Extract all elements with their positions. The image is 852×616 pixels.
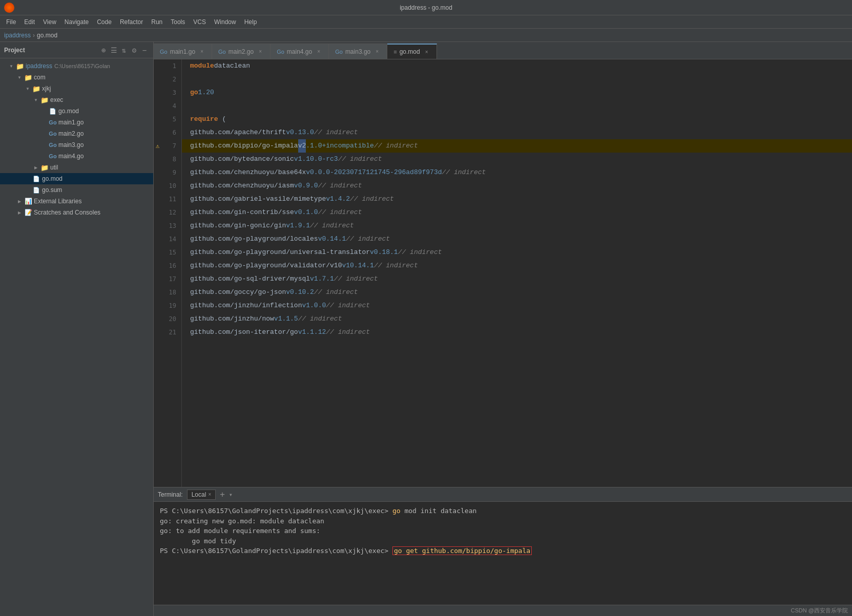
tree-item-main2[interactable]: ▶ Go main2.go — [0, 128, 153, 139]
tab-close-main3[interactable]: × — [373, 48, 381, 55]
code-line-4 — [182, 99, 852, 113]
tree-item-exec[interactable]: ▼ 📁 exec — [0, 94, 153, 105]
line-numbers: 1 2 3 4 5 6 7 8 9 10 11 12 13 14 15 16 1… — [154, 59, 182, 487]
line-num-20: 20 — [154, 312, 181, 326]
right-panel: Go main1.go × Go main2.go × Go main4.go … — [154, 42, 852, 616]
tree-item-gomod[interactable]: ▶ 📄 go.mod — [0, 173, 153, 184]
line-num-18: 18 — [154, 286, 181, 299]
file-icon-main3: Go — [49, 141, 57, 149]
terminal-tab-label: Local — [192, 491, 206, 498]
terminal-line-5: PS C:\Users\86157\GolandProjects\ipaddre… — [160, 546, 846, 556]
breadcrumb-project[interactable]: ipaddress — [4, 32, 31, 39]
menu-item-view[interactable]: View — [39, 17, 60, 27]
tab-label-main2: main2.go — [228, 48, 254, 55]
tab-main1[interactable]: Go main1.go × — [154, 44, 212, 59]
code-line-2 — [182, 73, 852, 86]
sidebar-icon-sort[interactable]: ⇅ — [119, 46, 129, 55]
tab-label-main4: main4.go — [287, 48, 312, 55]
folder-icon-ipaddress: 📁 — [16, 62, 24, 70]
sidebar-icon-list[interactable]: ☰ — [109, 46, 118, 55]
sidebar-icon-external[interactable]: ⊕ — [99, 46, 108, 55]
terminal-add-button[interactable]: + — [218, 490, 227, 499]
tree-label-gomod: go.mod — [42, 175, 63, 182]
tab-gomod[interactable]: ≡ go.mod × — [387, 44, 437, 59]
tree-item-util[interactable]: ▶ 📁 util — [0, 162, 153, 173]
terminal-tab-close[interactable]: × — [208, 492, 211, 497]
tree-arrow-scratches: ▶ — [16, 209, 23, 216]
code-line-8: github.com/bytedance/sonic v1.10.0-rc3 /… — [182, 153, 852, 166]
terminal-path-5: PS C:\Users\86157\GolandProjects\ipaddre… — [160, 547, 388, 555]
tab-label-gomod: go.mod — [400, 48, 420, 55]
menu-item-tools[interactable]: Tools — [167, 17, 189, 27]
file-icon-main2: Go — [49, 130, 57, 138]
menu-item-navigate[interactable]: Navigate — [60, 17, 93, 27]
menu-item-help[interactable]: Help — [240, 17, 261, 27]
line-num-14: 14 — [154, 232, 181, 246]
line-num-13: 13 — [154, 219, 181, 232]
code-line-14: github.com/go-playground/locales v0.14.1… — [182, 232, 852, 246]
tree-item-ipaddress[interactable]: ▼ 📁 ipaddress C:\Users\86157\Golan — [0, 60, 153, 72]
line-num-4: 4 — [154, 99, 181, 113]
tree-item-scratches[interactable]: ▶ 📝 Scratches and Consoles — [0, 207, 153, 218]
terminal-dropdown[interactable]: ▾ — [229, 491, 233, 498]
tree-item-main1[interactable]: ▶ Go main1.go — [0, 117, 153, 128]
line-num-2: 2 — [154, 73, 181, 86]
sidebar-icon-close[interactable]: − — [140, 46, 149, 55]
menu-item-run[interactable]: Run — [147, 17, 167, 27]
tree-item-gosum[interactable]: ▶ 📄 go.sum — [0, 184, 153, 196]
terminal-tab-local[interactable]: Local × — [187, 490, 216, 500]
tree-arrow-util: ▶ — [33, 164, 39, 171]
menu-item-refactor[interactable]: Refactor — [116, 17, 147, 27]
terminal-boxed-cmd: go get github.com/bippio/go-impala — [392, 546, 532, 555]
line-num-11: 11 — [154, 193, 181, 206]
menu-item-vcs[interactable]: VCS — [189, 17, 210, 27]
code-line-6: github.com/apache/thrift v0.13.0 // indi… — [182, 126, 852, 139]
menu-item-edit[interactable]: Edit — [20, 17, 39, 27]
code-content[interactable]: module dataclean go 1.20 require ( githu… — [182, 59, 852, 487]
status-bar: CSDN @西安音乐学院 — [154, 605, 852, 616]
menu-item-file[interactable]: File — [2, 17, 20, 27]
terminal-content[interactable]: PS C:\Users\86157\GolandProjects\ipaddre… — [154, 502, 852, 605]
line-num-15: 15 — [154, 246, 181, 259]
tab-main2[interactable]: Go main2.go × — [212, 44, 271, 59]
line-num-8: 8 — [154, 153, 181, 166]
tab-close-main2[interactable]: × — [257, 48, 264, 55]
tree-item-xjkj[interactable]: ▼ 📁 xjkj — [0, 83, 153, 94]
terminal-line-3: go: to add module requirements and sums: — [160, 526, 846, 536]
menu-bar: FileEditViewNavigateCodeRefactorRunTools… — [0, 15, 852, 29]
tab-main4[interactable]: Go main4.go × — [271, 44, 329, 59]
line-num-12: 12 — [154, 206, 181, 219]
tree-label-ipaddress: ipaddress — [26, 62, 52, 70]
tree-label-util: util — [50, 164, 58, 171]
file-icon-gomod-exec: 📄 — [49, 107, 57, 115]
scratches-icon: 📝 — [24, 208, 32, 217]
tree-path-ipaddress: C:\Users\86157\Golan — [54, 63, 110, 69]
terminal-header: Terminal: Local × + ▾ — [154, 487, 852, 502]
tree-arrow-xjkj: ▼ — [25, 86, 31, 92]
tree-label-main2: main2.go — [58, 130, 84, 137]
code-line-21: github.com/json-iterator/go v1.1.12 // i… — [182, 326, 852, 339]
sidebar-icon-settings[interactable]: ⚙ — [130, 46, 139, 55]
terminal-line-2: go: creating new go.mod: module dataclea… — [160, 516, 846, 526]
terminal-line-1: PS C:\Users\86157\GolandProjects\ipaddre… — [160, 506, 846, 516]
menu-item-code[interactable]: Code — [93, 17, 116, 27]
code-line-12: github.com/gin-contrib/sse v0.1.0 // ind… — [182, 206, 852, 219]
tab-close-gomod[interactable]: × — [423, 48, 430, 55]
tree-item-gomod-exec[interactable]: ▶ 📄 go.mod — [0, 105, 153, 117]
tree-item-external[interactable]: ▶ 📊 External Libraries — [0, 196, 153, 207]
tree-label-main1: main1.go — [58, 119, 84, 126]
code-line-16: github.com/go-playground/validator/v10 v… — [182, 259, 852, 272]
tree-item-com[interactable]: ▼ 📁 com — [0, 72, 153, 83]
code-line-19: github.com/jinzhu/inflection v1.0.0 // i… — [182, 299, 852, 312]
tree-view: ▼ 📁 ipaddress C:\Users\86157\Golan ▼ 📁 c… — [0, 58, 153, 616]
menu-item-window[interactable]: Window — [210, 17, 240, 27]
tree-item-main3[interactable]: ▶ Go main3.go — [0, 139, 153, 151]
tab-close-main4[interactable]: × — [315, 48, 322, 55]
code-line-20: github.com/jinzhu/now v1.1.5 // indirect — [182, 312, 852, 326]
tab-main3[interactable]: Go main3.go × — [329, 44, 387, 59]
terminal-label: Terminal: — [158, 491, 183, 498]
tree-item-main4[interactable]: ▶ Go main4.go — [0, 151, 153, 162]
tab-bar: Go main1.go × Go main2.go × Go main4.go … — [154, 42, 852, 59]
code-line-1: module dataclean — [182, 59, 852, 73]
tab-close-main1[interactable]: × — [198, 48, 205, 55]
